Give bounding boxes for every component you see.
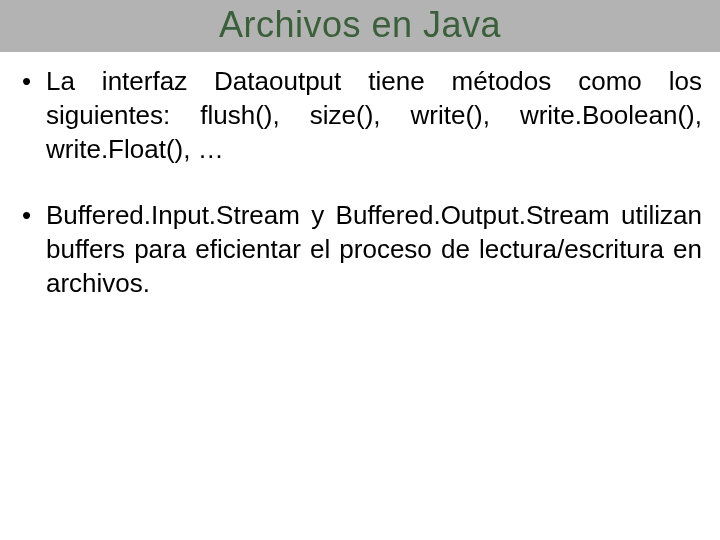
bullet-text: Buffered.Input.Stream y Buffered.Output.… (46, 198, 702, 300)
title-bar: Archivos en Java (0, 0, 720, 52)
list-item: • La interfaz Dataoutput tiene métodos c… (18, 64, 702, 166)
bullet-text: La interfaz Dataoutput tiene métodos com… (46, 64, 702, 166)
bullet-icon: • (18, 64, 46, 98)
list-item: • Buffered.Input.Stream y Buffered.Outpu… (18, 198, 702, 300)
page-title: Archivos en Java (0, 4, 720, 46)
content-area: • La interfaz Dataoutput tiene métodos c… (0, 52, 720, 300)
bullet-icon: • (18, 198, 46, 232)
